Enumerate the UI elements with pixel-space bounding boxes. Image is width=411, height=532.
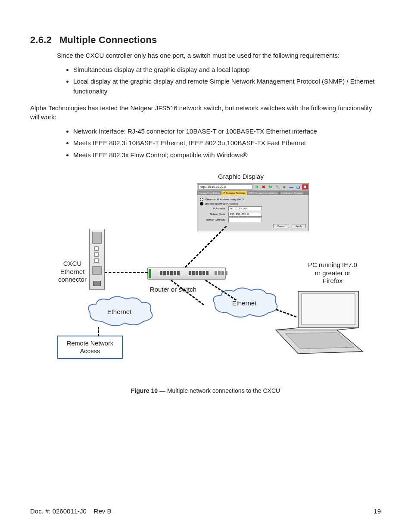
list-item: Simultaneous display at the graphic disp… bbox=[73, 65, 381, 75]
ip-label: IP Address: bbox=[200, 207, 226, 210]
specs-list: Network Interface: RJ-45 connector for 1… bbox=[30, 126, 381, 160]
connection-line bbox=[105, 272, 148, 273]
switch-label: Router or switch bbox=[145, 286, 201, 294]
mask-label: Subnet Mask: bbox=[200, 213, 226, 215]
url-field: http://10.10.10.201/ bbox=[198, 184, 252, 190]
tested-paragraph: Alpha Technologies has tested the Netgea… bbox=[30, 103, 381, 122]
section-number: 2.6.2 bbox=[30, 34, 52, 45]
list-item: Meets IEEE 802.3x Flow Control; compatib… bbox=[73, 150, 381, 160]
footer-left: Doc. #: 0260011-J0 Rev B bbox=[30, 507, 111, 515]
figure-caption: Figure 10 — Multiple network connections… bbox=[30, 387, 381, 394]
apply-button: Apply bbox=[292, 224, 306, 228]
maximize-icon: ▢ bbox=[295, 184, 301, 190]
tab-ip-protocol: IP Protocol Settings bbox=[221, 191, 247, 195]
connection-line bbox=[98, 327, 99, 336]
section-title: Multiple Connections bbox=[59, 34, 157, 45]
ethernet-cloud-left: Ethernet bbox=[85, 296, 154, 328]
ethernet-cloud-right: Ethernet bbox=[210, 287, 279, 320]
close-icon: ✖ bbox=[302, 184, 308, 190]
graphic-display-label: Graphic Display bbox=[211, 173, 271, 181]
static-option: Use the following IP Address bbox=[205, 202, 238, 205]
intro-paragraph: Since the CXCU controller only has one p… bbox=[57, 51, 381, 60]
doc-rev: Rev B bbox=[94, 507, 112, 515]
figure-number: Figure 10 bbox=[131, 387, 158, 394]
page-footer: Doc. #: 0260011-J0 Rev B 19 bbox=[30, 507, 381, 515]
pc-label: PC running IE7.0 or greater or Firefox bbox=[305, 261, 361, 285]
cancel-button: Cancel bbox=[273, 224, 289, 228]
stop-icon: ✖ bbox=[261, 184, 267, 190]
go-icon: ➔ bbox=[254, 184, 260, 190]
tab-connection-status: Connection Status bbox=[197, 191, 221, 195]
settings-body: Obtain an IP Address using DHCP Use the … bbox=[197, 195, 308, 231]
radio-icon bbox=[200, 202, 203, 205]
remote-access-box: Remote Network Access bbox=[57, 336, 123, 359]
network-diagram: Graphic Display http://10.10.10.201/ ➔ ✖… bbox=[42, 173, 369, 380]
menu-icon: ≡ bbox=[281, 184, 287, 190]
list-item: Network Interface: RJ-45 connector for 1… bbox=[73, 126, 381, 136]
minimize-icon: ▬ bbox=[288, 184, 294, 190]
list-item: Local display at the graphic display and… bbox=[73, 76, 381, 96]
dhcp-option: Obtain an IP Address using DHCP bbox=[205, 198, 244, 201]
ip-value: 10. 10. 10. 202 bbox=[228, 206, 262, 211]
tab-cxc-connection: CXC Connection Settings bbox=[247, 191, 280, 195]
cxcu-label: CXCU Ethernet connector bbox=[55, 260, 90, 284]
ethernet-label: Ethernet bbox=[85, 296, 154, 328]
connection-line bbox=[185, 226, 227, 268]
switch-icon bbox=[147, 268, 226, 280]
mask-value: 255. 255. 255. 0 bbox=[228, 212, 262, 217]
cxcu-device-icon bbox=[89, 229, 105, 290]
tab-application: Application Settings bbox=[280, 191, 305, 195]
figure-text: Multiple network connections to the CXCU bbox=[167, 387, 280, 394]
section-heading: 2.6.2Multiple Connections bbox=[30, 34, 381, 46]
page-number: 19 bbox=[374, 507, 381, 515]
requirements-list: Simultaneous display at the graphic disp… bbox=[30, 65, 381, 96]
gw-value bbox=[228, 218, 262, 222]
list-item: Meets IEEE 802.3i 10BASE-T Ethernet, IEE… bbox=[73, 138, 381, 148]
radio-icon bbox=[200, 198, 203, 201]
figure-sep: — bbox=[158, 387, 167, 394]
svg-marker-1 bbox=[302, 294, 355, 325]
window-toolbar: http://10.10.10.201/ ➔ ✖ ↻ 🔧 ≡ ▬ ▢ ✖ bbox=[197, 184, 308, 191]
graphic-display-window: http://10.10.10.201/ ➔ ✖ ↻ 🔧 ≡ ▬ ▢ ✖ Con… bbox=[197, 183, 309, 231]
laptop-icon bbox=[272, 287, 367, 360]
doc-number: Doc. #: 0260011-J0 bbox=[30, 507, 87, 515]
ethernet-label: Ethernet bbox=[210, 287, 279, 320]
gw-label: Default Gateway: bbox=[200, 218, 226, 221]
wrench-icon: 🔧 bbox=[274, 184, 280, 190]
refresh-icon: ↻ bbox=[268, 184, 274, 190]
document-page: 2.6.2Multiple Connections Since the CXCU… bbox=[0, 0, 411, 532]
settings-tabs: Connection Status IP Protocol Settings C… bbox=[197, 191, 308, 195]
